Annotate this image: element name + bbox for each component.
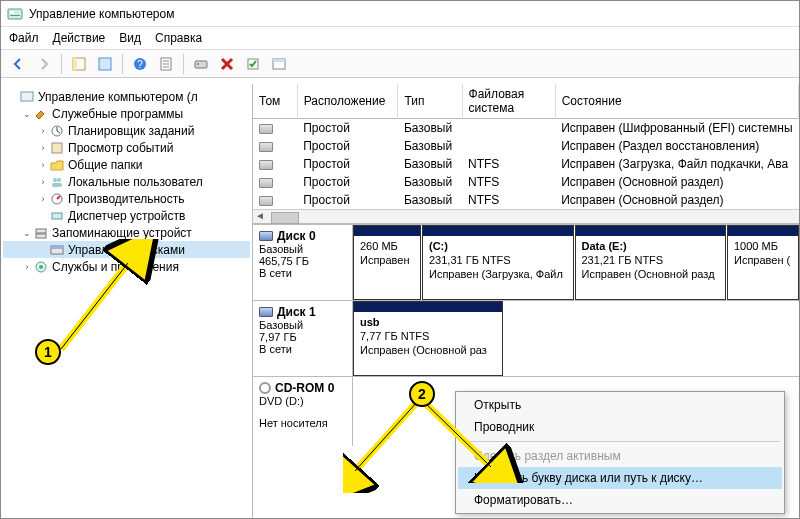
menubar: Файл Действие Вид Справка bbox=[1, 27, 799, 50]
menu-action[interactable]: Действие bbox=[53, 31, 106, 45]
volume-list[interactable]: Том Расположение Тип Файловая система Со… bbox=[253, 84, 799, 224]
show-hide-tree-button[interactable] bbox=[68, 53, 90, 75]
nav-back-button[interactable] bbox=[7, 53, 29, 75]
twisty-right-icon[interactable]: › bbox=[37, 194, 49, 204]
col-type[interactable]: Тип bbox=[398, 84, 462, 119]
svg-rect-16 bbox=[52, 143, 62, 153]
disk0-part-0[interactable]: 260 МБ Исправен bbox=[353, 225, 421, 300]
toolbar: ? bbox=[1, 50, 799, 78]
volume-icon bbox=[259, 124, 273, 134]
titlebar: Управление компьютером bbox=[1, 1, 799, 27]
tree-label: Просмотр событий bbox=[68, 141, 173, 155]
window-title: Управление компьютером bbox=[29, 7, 174, 21]
disk0-label: Диск 0 Базовый 465,75 ГБ В сети bbox=[253, 225, 353, 300]
svg-point-10 bbox=[197, 63, 199, 65]
svg-line-33 bbox=[423, 401, 491, 467]
tree-task-scheduler[interactable]: › Планировщик заданий bbox=[3, 122, 250, 139]
tree-label: Управление компьютером (л bbox=[38, 90, 198, 104]
twisty-down-icon[interactable]: ⌄ bbox=[21, 228, 33, 238]
tree-label: Диспетчер устройств bbox=[68, 209, 185, 223]
col-volume[interactable]: Том bbox=[253, 84, 297, 119]
tree-event-viewer[interactable]: › Просмотр событий bbox=[3, 139, 250, 156]
tools-icon bbox=[33, 106, 49, 122]
disk0-row[interactable]: Диск 0 Базовый 465,75 ГБ В сети 260 МБ И… bbox=[253, 224, 799, 300]
svg-rect-19 bbox=[52, 183, 62, 187]
volume-row[interactable]: ПростойБазовыйNTFSИсправен (Основной раз… bbox=[253, 173, 799, 191]
app-icon bbox=[7, 6, 23, 22]
annotation-arrow-2b bbox=[413, 393, 533, 483]
tree-label: Планировщик заданий bbox=[68, 124, 194, 138]
cdrom-icon bbox=[259, 382, 271, 394]
volume-icon bbox=[259, 142, 273, 152]
svg-rect-14 bbox=[21, 92, 33, 101]
twisty-right-icon[interactable]: › bbox=[37, 143, 49, 153]
svg-line-31 bbox=[355, 401, 418, 471]
settings-button[interactable] bbox=[268, 53, 290, 75]
tree-performance[interactable]: › Производительность bbox=[3, 190, 250, 207]
refresh-disk-button[interactable] bbox=[190, 53, 212, 75]
help-button[interactable]: ? bbox=[129, 53, 151, 75]
folder-share-icon bbox=[49, 157, 65, 173]
tree-device-manager[interactable]: Диспетчер устройств bbox=[3, 207, 250, 224]
nav-forward-button[interactable] bbox=[33, 53, 55, 75]
clock-icon bbox=[49, 123, 65, 139]
tree-label: Производительность bbox=[68, 192, 184, 206]
col-state[interactable]: Состояние bbox=[555, 84, 798, 119]
delete-button[interactable] bbox=[216, 53, 238, 75]
svg-point-17 bbox=[53, 178, 57, 182]
volume-row[interactable]: ПростойБазовыйNTFSИсправен (Загрузка, Фа… bbox=[253, 155, 799, 173]
ctx-format[interactable]: Форматировать… bbox=[458, 489, 782, 511]
tree-root[interactable]: Управление компьютером (л bbox=[3, 88, 250, 105]
disk1-row[interactable]: Диск 1 Базовый 7,97 ГБ В сети usb 7,77 Г… bbox=[253, 300, 799, 376]
svg-rect-5 bbox=[99, 58, 111, 70]
menu-file[interactable]: Файл bbox=[9, 31, 39, 45]
svg-line-29 bbox=[61, 263, 128, 349]
svg-rect-1 bbox=[10, 11, 14, 14]
disk0-part-3[interactable]: 1000 МБ Исправен ( bbox=[727, 225, 799, 300]
svg-rect-13 bbox=[273, 59, 285, 62]
volume-icon bbox=[259, 178, 273, 188]
tree-shared-folders[interactable]: › Общие папки bbox=[3, 156, 250, 173]
toolbar-separator bbox=[61, 54, 62, 74]
twisty-right-icon[interactable]: › bbox=[21, 262, 33, 272]
tree-label: Служебные программы bbox=[52, 107, 183, 121]
svg-point-18 bbox=[57, 178, 61, 182]
col-layout[interactable]: Расположение bbox=[297, 84, 398, 119]
toolbar-separator bbox=[183, 54, 184, 74]
action-button[interactable] bbox=[242, 53, 264, 75]
event-icon bbox=[49, 140, 65, 156]
disk0-part-e[interactable]: Data (E:) 231,21 ГБ NTFS Исправен (Основ… bbox=[575, 225, 727, 300]
twisty-right-icon[interactable]: › bbox=[37, 160, 49, 170]
view-mode-button[interactable] bbox=[94, 53, 116, 75]
tree-label: Общие папки bbox=[68, 158, 142, 172]
properties-button[interactable] bbox=[155, 53, 177, 75]
annotation-arrow-1 bbox=[46, 239, 166, 359]
hdd-icon bbox=[259, 231, 273, 241]
svg-rect-2 bbox=[10, 15, 20, 16]
performance-icon bbox=[49, 191, 65, 207]
volume-row[interactable]: ПростойБазовыйИсправен (Раздел восстанов… bbox=[253, 137, 799, 155]
disk0-part-c[interactable]: (C:) 231,31 ГБ NTFS Исправен (Загрузка, … bbox=[422, 225, 574, 300]
twisty-right-icon[interactable]: › bbox=[37, 177, 49, 187]
hdd-icon bbox=[259, 307, 273, 317]
col-fs[interactable]: Файловая система bbox=[462, 84, 555, 119]
volume-row[interactable]: ПростойБазовыйNTFSИсправен (Основной раз… bbox=[253, 191, 799, 209]
twisty-down-icon[interactable]: ⌄ bbox=[21, 109, 33, 119]
toolbar-separator bbox=[122, 54, 123, 74]
svg-point-27 bbox=[39, 265, 43, 269]
tree-label: Запоминающие устройст bbox=[52, 226, 192, 240]
tree-local-users[interactable]: › Локальные пользовател bbox=[3, 173, 250, 190]
users-icon bbox=[49, 174, 65, 190]
svg-text:?: ? bbox=[137, 59, 143, 70]
svg-rect-4 bbox=[73, 58, 77, 70]
menu-help[interactable]: Справка bbox=[155, 31, 202, 45]
volume-row[interactable]: ПростойБазовыйИсправен (Шифрованный (EFI… bbox=[253, 119, 799, 138]
menu-view[interactable]: Вид bbox=[119, 31, 141, 45]
twisty-right-icon[interactable]: › bbox=[37, 126, 49, 136]
disk1-label: Диск 1 Базовый 7,97 ГБ В сети bbox=[253, 301, 353, 376]
disk1-part-usb[interactable]: usb 7,77 ГБ NTFS Исправен (Основной раз bbox=[353, 301, 503, 376]
horizontal-scrollbar[interactable] bbox=[253, 209, 799, 223]
svg-rect-22 bbox=[36, 229, 46, 233]
cdrom-label: CD-ROM 0 DVD (D:) Нет носителя bbox=[253, 377, 353, 446]
tree-system-tools[interactable]: ⌄ Служебные программы bbox=[3, 105, 250, 122]
